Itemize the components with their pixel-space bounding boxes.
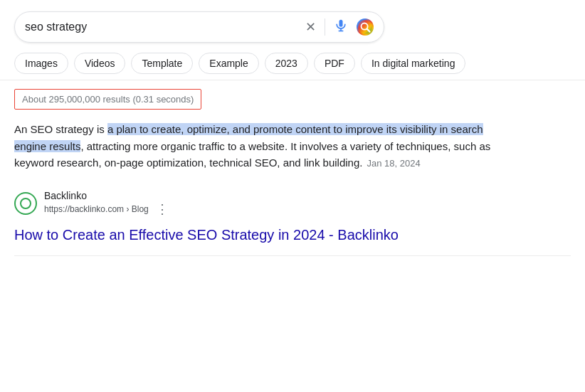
chip-2023[interactable]: 2023 [265,53,308,74]
source-more-options-icon[interactable]: ⋮ [156,201,169,217]
snippet-date: Jan 18, 2024 [367,158,420,169]
search-divider [325,18,325,36]
lens-icon[interactable] [357,18,374,36]
chip-videos[interactable]: Videos [74,53,126,74]
source-logo-inner [20,198,31,209]
search-box: ✕ [14,11,384,43]
chip-images[interactable]: Images [14,53,68,74]
bottom-divider [14,255,571,256]
voice-search-icon[interactable] [334,18,348,36]
chip-template[interactable]: Template [131,53,193,74]
snippet-text: An SEO strategy is a plan to create, opt… [14,121,498,171]
chip-example[interactable]: Example [199,53,258,74]
search-bar-area: ✕ [0,0,585,50]
source-url-row: https://backlinko.com › Blog ⋮ [44,201,169,217]
results-count-text: About 295,000,000 results (0.31 seconds) [22,94,194,105]
source-url: https://backlinko.com › Blog [44,204,149,214]
source-name: Backlinko [44,190,169,201]
snippet-prefix: An SEO strategy is [14,123,107,135]
result-link[interactable]: How to Create an Effective SEO Strategy … [14,227,399,243]
search-icons: ✕ [305,18,374,36]
search-input[interactable] [25,21,305,33]
svg-rect-0 [339,19,343,26]
close-icon[interactable]: ✕ [305,19,316,35]
chip-digital-marketing[interactable]: In digital marketing [361,53,466,74]
result-link-area: How to Create an Effective SEO Strategy … [0,223,585,255]
source-logo [14,192,37,215]
results-count-area: About 295,000,000 results (0.31 seconds) [0,80,585,115]
source-row: Backlinko https://backlinko.com › Blog ⋮ [0,183,585,223]
source-info: Backlinko https://backlinko.com › Blog ⋮ [44,190,169,217]
results-count-box: About 295,000,000 results (0.31 seconds) [14,89,201,110]
chip-pdf[interactable]: PDF [314,53,355,74]
snippet-area: An SEO strategy is a plan to create, opt… [0,115,512,183]
filter-chips-area: Images Videos Template Example 2023 PDF … [0,50,585,80]
